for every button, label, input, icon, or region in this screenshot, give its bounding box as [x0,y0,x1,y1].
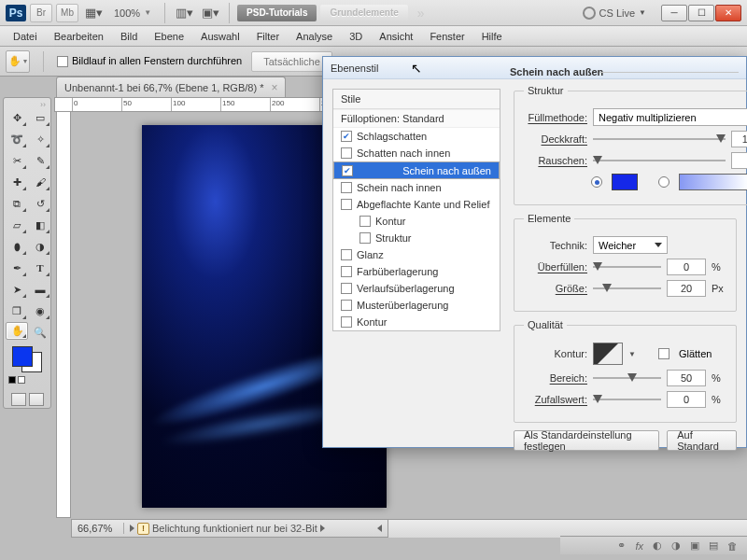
close-button[interactable]: ✕ [715,5,741,21]
eraser-tool[interactable]: ▱ [6,215,28,235]
style-checkbox[interactable] [341,316,352,328]
style-row[interactable]: Farbüberlagerung [333,263,500,280]
mask-icon[interactable]: ◐ [653,539,662,552]
style-checkbox[interactable] [341,300,352,311]
adjustment-icon[interactable]: ◑ [671,539,681,552]
history-brush-tool[interactable]: ↺ [29,193,51,214]
menu-3d[interactable]: 3D [342,29,370,44]
lasso-tool[interactable]: ➰ [6,129,28,149]
size-input[interactable]: 20 [667,280,706,297]
menu-hilfe[interactable]: Hilfe [474,29,510,44]
technik-select[interactable]: Weicher [593,236,668,254]
menu-ebene[interactable]: Ebene [147,29,191,44]
workspace-grund[interactable]: Grundelemente [320,5,407,21]
trash-icon[interactable]: 🗑 [727,540,738,552]
minibridge-button[interactable]: Mb [56,4,78,22]
menu-datei[interactable]: Datei [6,29,45,44]
3dcam-tool[interactable]: ◉ [29,301,51,321]
workspace-psdtut[interactable]: PSD-Tutorials [237,5,317,21]
style-checkbox[interactable] [342,165,353,176]
style-checkbox[interactable] [341,249,352,260]
blend-options-row[interactable]: Fülloptionen: Standard [333,109,500,128]
style-checkbox[interactable] [341,131,352,142]
menu-bild[interactable]: Bild [113,29,145,44]
style-row[interactable]: Schatten nach innen [333,145,500,161]
style-row[interactable]: Abgeflachte Kante und Relief [333,196,500,213]
newlayer-icon[interactable]: ▤ [709,539,718,552]
glow-color-swatch[interactable] [612,174,638,190]
fx-icon[interactable]: fx [635,540,643,552]
style-checkbox[interactable] [341,199,352,210]
path-select-tool[interactable]: ➤ [6,279,28,300]
styles-header[interactable]: Stile [333,90,500,109]
screenmode-menu[interactable]: ▣▾ [199,3,221,23]
contour-picker[interactable] [593,343,623,365]
style-checkbox[interactable] [359,232,371,244]
workspace-more-icon[interactable]: » [417,6,425,21]
antialias-checkbox[interactable] [658,348,669,359]
pen-tool[interactable]: ✒ [6,258,28,278]
blur-tool[interactable]: ⬮ [6,236,28,257]
marquee-tool[interactable]: ▭ [29,107,51,128]
reset-default-button[interactable]: Auf Standard [667,430,737,451]
style-row[interactable]: Kontur [333,213,500,230]
brush-tool[interactable]: 🖌 [29,172,51,192]
range-input[interactable]: 50 [667,370,706,386]
zoom-dropdown[interactable]: 100%▼ [108,4,157,22]
jitter-slider[interactable] [593,393,661,406]
menu-ansicht[interactable]: Ansicht [372,29,420,44]
style-row[interactable]: Glanz [333,246,500,263]
range-slider[interactable] [593,371,661,385]
arrange-menu[interactable]: ▥▾ [173,3,195,23]
style-checkbox[interactable] [341,147,352,159]
maximize-button[interactable]: ☐ [688,5,714,21]
move-tool[interactable]: ✥ [6,107,28,128]
view-extras-menu[interactable]: ▦▾ [82,3,105,23]
style-checkbox[interactable] [341,283,352,294]
noise-slider[interactable] [593,154,726,167]
heal-tool[interactable]: ✚ [6,172,28,192]
crop-tool[interactable]: ✂ [6,150,28,171]
size-slider[interactable] [593,282,661,295]
zoom-field[interactable]: 66,67% [72,523,124,534]
menu-bearbeiten[interactable]: Bearbeiten [47,29,111,44]
spread-slider[interactable] [593,260,661,273]
color-radio[interactable] [591,176,602,188]
shape-tool[interactable]: ▬ [29,279,51,300]
3d-tool[interactable]: ❒ [6,301,28,321]
style-row[interactable]: Schlagschatten [333,128,500,145]
actual-pixels-button[interactable]: Tatsächliche [251,51,332,72]
jitter-input[interactable]: 0 [667,391,706,408]
style-checkbox[interactable] [359,216,371,227]
menu-auswahl[interactable]: Auswahl [193,29,247,44]
style-checkbox[interactable] [341,182,352,193]
make-default-button[interactable]: Als Standardeinstellung festlegen [514,430,659,451]
opacity-input[interactable]: 100 [731,131,747,147]
bridge-button[interactable]: Br [30,4,52,22]
gradient-tool[interactable]: ◧ [29,215,51,235]
minimize-button[interactable]: ─ [661,5,687,21]
wand-tool[interactable]: ✧ [29,129,51,149]
quickmask-toggle[interactable] [11,393,26,406]
style-row[interactable]: Verlaufsüberlagerung [333,280,500,297]
style-row[interactable]: Schein nach innen [333,179,500,196]
screenmode-toggle[interactable] [29,393,44,406]
color-swatches[interactable] [6,343,49,389]
stamp-tool[interactable]: ⧉ [6,193,28,214]
cs-live[interactable]: CS Live▼ [583,7,646,20]
eyedropper-tool[interactable]: ✎ [29,150,51,171]
document-tab[interactable]: Unbenannt-1 bei 66,7% (Ebene 1, RGB/8) *… [56,77,286,97]
gradient-radio[interactable] [658,176,669,188]
hand-tool-icon[interactable]: ✋▾ [6,50,30,73]
folder-icon[interactable]: ▣ [690,539,699,552]
style-row[interactable]: Struktur [333,230,500,246]
menu-filter[interactable]: Filter [249,29,287,44]
close-tab-icon[interactable]: × [271,81,277,94]
blendmode-select[interactable]: Negativ multiplizieren [593,108,747,126]
style-row[interactable]: Schein nach außen [333,161,500,179]
hand-tool[interactable]: ✋ [6,322,28,340]
style-row[interactable]: Musterüberlagerung [333,297,500,314]
dodge-tool[interactable]: ◑ [29,236,51,257]
opacity-slider[interactable] [593,133,726,146]
style-checkbox[interactable] [341,266,352,277]
